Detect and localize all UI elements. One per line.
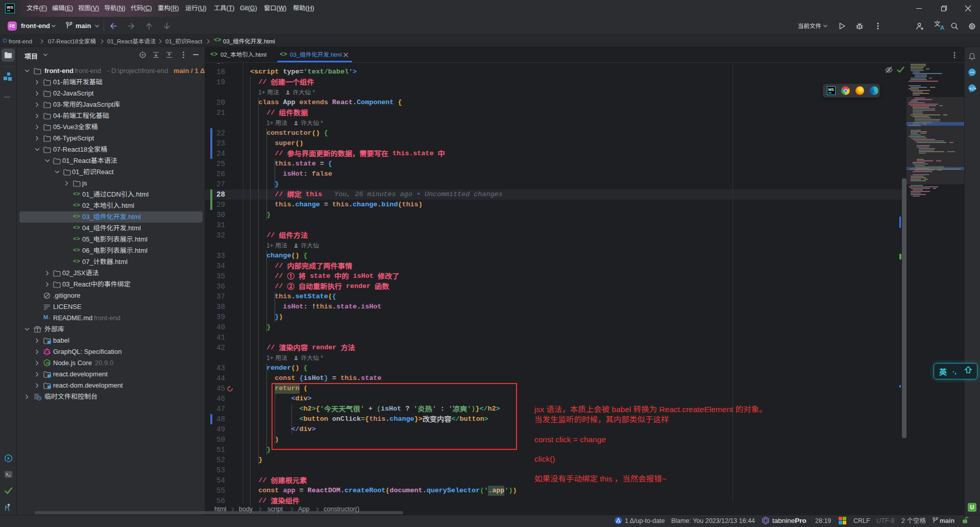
- svg-text:</>: </>: [969, 87, 976, 91]
- svg-text:JS: JS: [45, 362, 50, 365]
